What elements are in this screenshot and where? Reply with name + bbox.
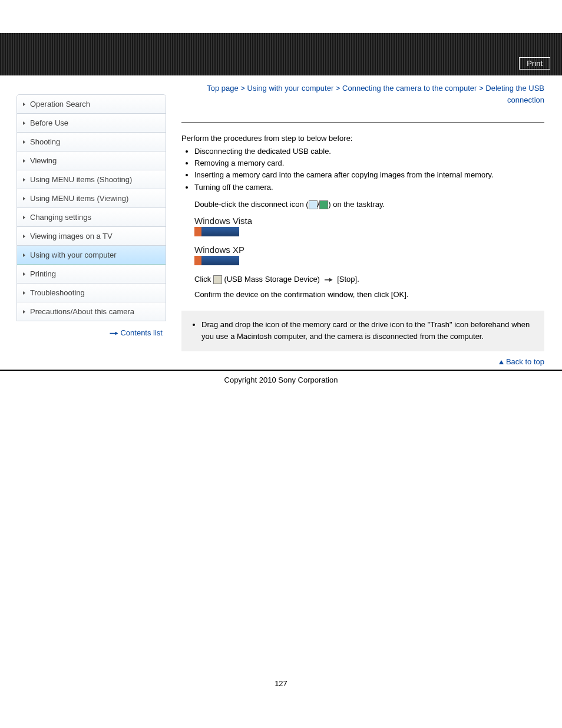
step-1: Double-click the disconnect icon (/) on … [194, 199, 544, 210]
arrow-right-icon [110, 332, 118, 335]
usb-device-icon [213, 275, 222, 284]
breadcrumb-current: Deleting the USB connection [485, 84, 544, 104]
precondition-list: Disconnecting the dedicated USB cable.Re… [181, 146, 544, 193]
copyright-text: Copyright 2010 Sony Corporation [0, 371, 562, 396]
disconnect-icon [309, 200, 318, 209]
contents-list-link[interactable]: Contents list [120, 328, 163, 337]
tasktray-xp-icon [194, 256, 239, 265]
sidebar-item[interactable]: Operation Search [17, 95, 166, 114]
step-2: Click (USB Mass Storage Device) [Stop]. [194, 274, 544, 285]
list-item: Disconnecting the dedicated USB cable. [194, 146, 544, 157]
list-item: Inserting a memory card into the camera … [194, 170, 544, 180]
note-box: Drag and drop the icon of the memory car… [181, 311, 544, 351]
os-xp-label: Windows XP [194, 245, 544, 255]
breadcrumb-sep: > [336, 84, 340, 93]
tasktray-vista-icon [194, 227, 239, 236]
sidebar-item[interactable]: Shooting [17, 133, 166, 151]
triangle-up-icon [499, 360, 504, 364]
breadcrumb-l1[interactable]: Using with your computer [247, 84, 334, 93]
os-vista-row: Windows Vista [194, 216, 544, 236]
main-content: Top page > Using with your computer > Co… [181, 83, 544, 366]
page-number: 127 [0, 396, 562, 700]
sidebar-nav: Operation SearchBefore UseShootingViewin… [16, 94, 166, 366]
disconnect-icon [319, 200, 328, 209]
sidebar-item[interactable]: Viewing images on a TV [17, 227, 166, 246]
sidebar-item[interactable]: Changing settings [17, 208, 166, 227]
sidebar-item[interactable]: Viewing [17, 151, 166, 170]
print-button[interactable]: Print [519, 57, 550, 70]
divider [181, 122, 544, 123]
sidebar-item[interactable]: Printing [17, 265, 166, 284]
sidebar-item[interactable]: Troubleshooting [17, 284, 166, 302]
list-item: Removing a memory card. [194, 158, 544, 169]
sidebar-item[interactable]: Using MENU items (Viewing) [17, 189, 166, 208]
sidebar-item[interactable]: Precautions/About this camera [17, 302, 166, 321]
breadcrumb-l2[interactable]: Connecting the camera to the computer [342, 84, 477, 93]
header-banner: Print [0, 33, 562, 75]
os-vista-label: Windows Vista [194, 216, 544, 226]
back-to-top-link[interactable]: Back to top [506, 357, 544, 366]
note-text: Drag and drop the icon of the memory car… [201, 319, 535, 342]
breadcrumb-top[interactable]: Top page [207, 84, 239, 93]
list-item: Turning off the camera. [194, 182, 544, 193]
sidebar-item[interactable]: Using with your computer [17, 246, 166, 265]
breadcrumb-sep: > [240, 84, 245, 93]
intro-text: Perform the procedures from step to belo… [181, 134, 544, 143]
arrow-right-icon [325, 278, 333, 282]
sidebar-item[interactable]: Before Use [17, 114, 166, 133]
os-xp-row: Windows XP [194, 245, 544, 265]
breadcrumb-sep: > [479, 84, 484, 93]
step-3: Confirm the device on the confirmation w… [194, 289, 544, 301]
sidebar-item[interactable]: Using MENU items (Shooting) [17, 170, 166, 189]
breadcrumb: Top page > Using with your computer > Co… [181, 83, 544, 106]
